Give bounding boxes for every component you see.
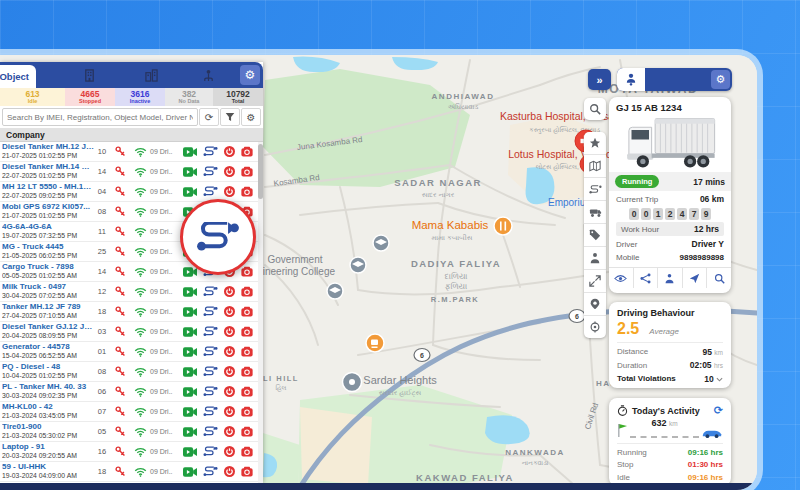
live-video-icon[interactable] [180,407,200,417]
stat-stopped[interactable]: 4665 Stopped [65,88,115,106]
camera-icon[interactable] [238,286,256,297]
route-history-icon[interactable] [200,166,220,177]
engine-stop-icon[interactable] [220,446,238,457]
vehicle-row[interactable]: Diesel Tanker GJ.12 JA.. 20-04-2025 08:0… [0,322,263,342]
camera-icon[interactable] [238,446,256,457]
gps-signal-wifi-icon[interactable] [130,307,150,317]
route-history-icon[interactable] [200,146,220,157]
gps-signal-wifi-icon[interactable] [130,407,150,417]
vehicle-row[interactable]: Diesel Tanker MH.12 JF 7... 21-07-2025 0… [0,142,263,162]
vehicle-name-link[interactable]: Tire01-900 [2,423,94,432]
live-video-icon[interactable] [180,347,200,357]
driver-assign-button[interactable] [584,247,606,270]
route-history-icon[interactable] [200,326,220,337]
camera-icon[interactable] [238,426,256,437]
gps-signal-wifi-icon[interactable] [130,267,150,277]
engine-stop-icon[interactable] [220,286,238,297]
vehicle-row[interactable]: Milk Truck - 0497 30-04-2025 07:02:55 AM… [0,282,263,302]
ignition-key-icon[interactable] [110,466,130,477]
live-video-icon[interactable] [180,367,200,377]
filter-funnel-icon[interactable] [220,108,240,126]
ignition-key-icon[interactable] [110,366,130,377]
gps-signal-wifi-icon[interactable] [130,447,150,457]
vehicle-name-link[interactable]: 59 - UI-HHK [2,463,94,472]
vehicle-row[interactable]: 59 - UI-HHK 19-03-2024 04:09:00 AM 18 09… [0,462,263,482]
gps-signal-wifi-icon[interactable] [130,187,150,197]
camera-icon[interactable] [238,146,256,157]
driver-icon[interactable] [658,268,683,288]
route-history-icon[interactable] [200,346,220,357]
gps-signal-wifi-icon[interactable] [130,227,150,237]
gps-signal-wifi-icon[interactable] [130,247,150,257]
ignition-key-icon[interactable] [110,186,130,197]
vehicle-name-link[interactable]: PQ - Diesel - 48 [2,363,94,372]
live-video-icon[interactable] [180,467,200,477]
engine-stop-icon[interactable] [220,366,238,377]
fullscreen-button[interactable] [584,270,606,293]
route-history-icon[interactable] [200,366,220,377]
engine-stop-icon[interactable] [220,466,238,477]
ignition-key-icon[interactable] [110,226,130,237]
violations-row[interactable]: Total Violations 10 [617,370,723,384]
vehicle-row[interactable]: PL - Tanker MH. 40. 33 30-03-2024 09:02:… [0,382,263,402]
ignition-key-icon[interactable] [110,146,130,157]
ignition-key-icon[interactable] [110,306,130,317]
sidebar-settings-gear-icon[interactable]: ⚙ [240,65,260,85]
vehicle-name-link[interactable]: Cargo Truck - 7898 [2,263,94,272]
route-feature-spotlight[interactable] [180,199,256,275]
camera-icon[interactable] [238,326,256,337]
vehicle-row[interactable]: Tire01-900 21-03-2024 05:30:02 PM 05 09 … [0,422,263,442]
vehicle-name-link[interactable]: Diesel Tanker MH.12 JF 7... [2,143,94,152]
cafe-marker-icon[interactable] [366,334,384,352]
engine-stop-icon[interactable] [220,346,238,357]
stat-total[interactable]: 10792 Total [213,88,263,106]
route-history-icon[interactable] [200,426,220,437]
vehicle-name-link[interactable]: Diesel Tanker GJ.12 JA.. [2,323,94,332]
poi-star-button[interactable] [584,132,606,155]
vehicle-name-link[interactable]: PL - Tanker MH. 40. 33 [2,383,94,392]
ignition-key-icon[interactable] [110,326,130,337]
route-history-icon[interactable] [200,186,220,197]
college-marker-icon-3[interactable] [327,283,343,299]
vehicle-name-link[interactable]: Mobi GPS 6972 KI057... [2,203,94,212]
camera-icon[interactable] [238,306,256,317]
engine-stop-icon[interactable] [220,166,238,177]
engine-stop-icon[interactable] [220,326,238,337]
live-video-icon[interactable] [180,147,200,157]
ignition-key-icon[interactable] [110,266,130,277]
camera-icon[interactable] [238,186,256,197]
live-video-icon[interactable] [180,427,200,437]
panel-collapse-button[interactable]: » [588,69,611,90]
tab-company-building-icon[interactable] [81,67,97,83]
camera-icon[interactable] [238,386,256,397]
scrollbar-thumb[interactable] [258,144,263,199]
camera-icon[interactable] [238,166,256,177]
view-eye-icon[interactable] [609,268,634,288]
ignition-key-icon[interactable] [110,206,130,217]
engine-stop-icon[interactable] [220,426,238,437]
camera-icon[interactable] [238,346,256,357]
engine-stop-icon[interactable] [220,186,238,197]
share-icon[interactable] [634,268,659,288]
route-history-icon[interactable] [200,446,220,457]
camera-icon[interactable] [238,466,256,477]
gps-signal-wifi-icon[interactable] [130,347,150,357]
list-column-header[interactable]: Company [0,128,263,142]
route-history-icon[interactable] [200,286,220,297]
route-history-icon[interactable] [200,406,220,417]
ignition-key-icon[interactable] [110,446,130,457]
stat-no-data[interactable]: 382 No Data [165,88,213,106]
vehicle-name-link[interactable]: MH-KL00 - 42 [2,403,94,412]
vehicle-name-link[interactable]: Diesel Tanker MH.14 DM... [2,163,94,172]
place-marker-icon[interactable] [343,373,362,392]
tab-users-hierarchy-icon[interactable] [200,67,216,83]
camera-icon[interactable] [238,366,256,377]
college-marker-icon-1[interactable] [373,235,389,251]
gps-signal-wifi-icon[interactable] [130,327,150,337]
route-history-icon[interactable] [200,306,220,317]
gps-signal-wifi-icon[interactable] [130,207,150,217]
vehicle-name-link[interactable]: Tanker MH.12 JF 789 [2,303,94,312]
location-pin-button[interactable] [584,293,606,316]
route-tool-button[interactable] [584,178,606,201]
navigate-arrow-icon[interactable] [683,268,708,288]
